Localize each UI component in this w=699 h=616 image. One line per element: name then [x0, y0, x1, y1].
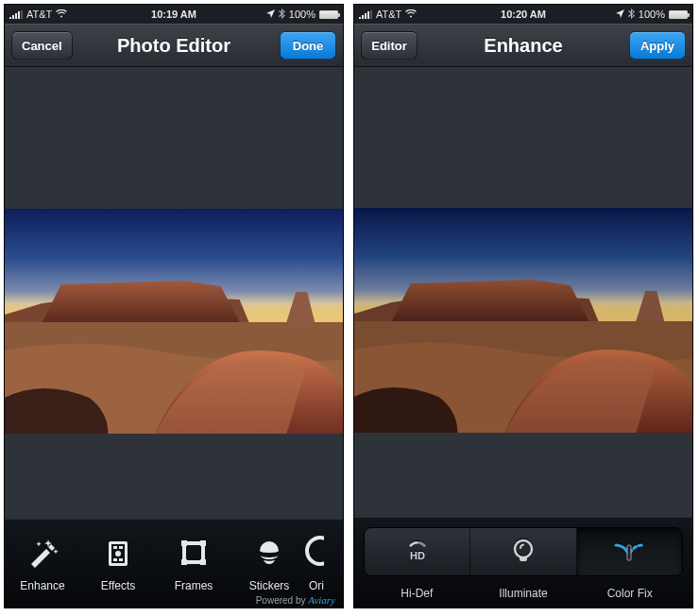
tool-effects[interactable]: Effects: [80, 526, 156, 602]
status-bar: AT&T 10:20 AM 100%: [354, 5, 692, 24]
svg-point-13: [307, 538, 324, 564]
hd-icon: HD: [399, 538, 436, 566]
battery-pct: 100%: [639, 9, 665, 20]
segment-illuminate[interactable]: [470, 528, 576, 575]
battery-icon: [319, 10, 338, 19]
screen-enhance: AT&T 10:20 AM 100% Editor Enhance Apply: [353, 4, 693, 608]
tool-label: Ori: [309, 579, 324, 592]
location-icon: [266, 9, 275, 20]
segment-label: Color Fix: [576, 587, 683, 600]
svg-rect-5: [119, 546, 123, 549]
svg-text:HD: HD: [410, 550, 425, 561]
bluetooth-icon: [628, 9, 635, 21]
svg-rect-12: [200, 559, 206, 565]
svg-rect-7: [119, 558, 123, 561]
svg-point-8: [115, 551, 121, 556]
wifi-icon: [56, 9, 67, 20]
photo-canvas[interactable]: [5, 67, 343, 519]
frame-icon: [177, 536, 211, 573]
color-fix-icon: [608, 538, 650, 566]
bulb-icon: [507, 536, 539, 568]
photo-canvas[interactable]: [354, 67, 692, 517]
wand-icon: [26, 536, 60, 573]
film-icon: [101, 536, 135, 573]
circle-icon: [303, 536, 324, 573]
photo-preview: [354, 208, 692, 433]
tool-orientation-partial[interactable]: Ori: [307, 526, 335, 602]
sticker-icon: [252, 536, 286, 573]
battery-pct: 100%: [289, 9, 315, 20]
nav-bar: Editor Enhance Apply: [354, 24, 692, 67]
photo-preview: [5, 209, 343, 434]
tool-label: Enhance: [20, 579, 64, 592]
tool-frames[interactable]: Frames: [156, 526, 231, 602]
svg-rect-9: [181, 540, 187, 546]
toolbar: Enhance Effects Frames Stickers Ori: [5, 519, 343, 607]
segment-label: Illuminate: [470, 587, 577, 600]
carrier-label: AT&T: [376, 9, 401, 20]
signal-icon: [359, 10, 372, 19]
svg-rect-6: [113, 558, 117, 561]
svg-rect-4: [113, 546, 117, 549]
carrier-label: AT&T: [26, 9, 52, 20]
powered-by-brand: Aviary: [308, 594, 335, 606]
powered-by: Powered by Aviary: [256, 594, 335, 606]
segment-hi-def[interactable]: HD: [365, 528, 470, 575]
powered-by-prefix: Powered by: [256, 595, 309, 606]
tool-label: Effects: [101, 579, 135, 592]
tool-label: Frames: [175, 579, 213, 592]
segment-label: Hi-Def: [364, 587, 470, 600]
svg-rect-18: [627, 545, 631, 560]
battery-icon: [669, 10, 688, 19]
done-button[interactable]: Done: [280, 31, 336, 60]
location-icon: [616, 9, 624, 20]
segment-labels: Hi-Def Illuminate Color Fix: [354, 587, 692, 600]
tool-stickers[interactable]: Stickers: [231, 526, 307, 602]
editor-back-button[interactable]: Editor: [361, 31, 418, 60]
status-bar: AT&T 10:19 AM 100%: [5, 5, 343, 24]
signal-icon: [9, 10, 23, 19]
svg-rect-11: [181, 559, 187, 565]
bluetooth-icon: [279, 9, 285, 21]
cancel-button[interactable]: Cancel: [11, 31, 73, 60]
apply-button[interactable]: Apply: [629, 31, 686, 60]
enhance-toolbar: HD: [354, 517, 692, 607]
tool-enhance[interactable]: Enhance: [5, 526, 80, 602]
enhance-segmented-control: HD: [364, 527, 683, 576]
segment-color-fix[interactable]: [577, 528, 682, 575]
wifi-icon: [405, 9, 417, 20]
screen-photo-editor: AT&T 10:19 AM 100% Cancel Photo Editor D…: [4, 4, 344, 608]
tool-label: Stickers: [249, 579, 290, 592]
svg-point-17: [515, 540, 532, 557]
svg-rect-10: [200, 540, 206, 546]
nav-bar: Cancel Photo Editor Done: [5, 24, 343, 67]
